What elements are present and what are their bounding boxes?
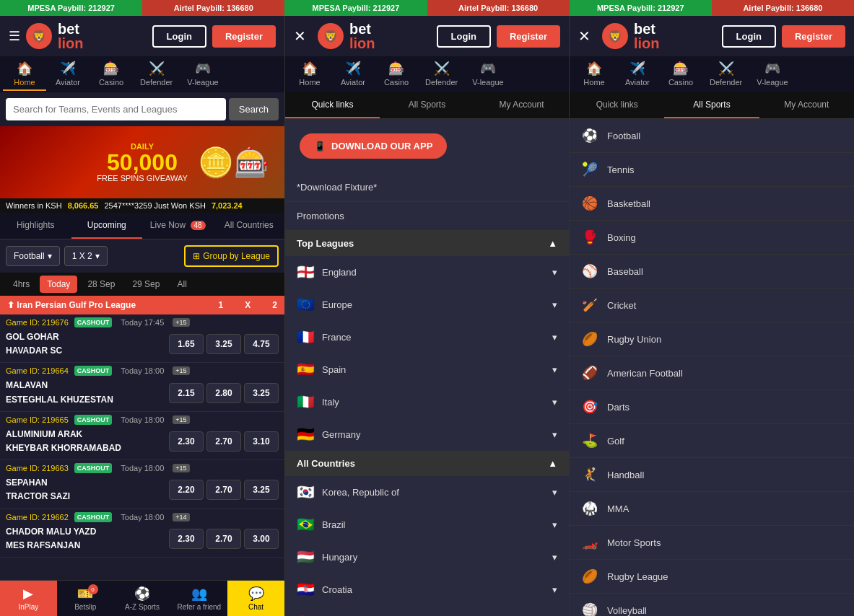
cashout-badge[interactable]: CASHOUT: [74, 512, 113, 522]
odd-1-button[interactable]: 1.65: [169, 334, 204, 354]
register-button[interactable]: Register: [212, 25, 276, 48]
quick-link-promotions[interactable]: Promotions: [285, 202, 569, 231]
list-item[interactable]: 🎯 Darts: [570, 390, 854, 424]
search-button[interactable]: Search: [229, 98, 279, 120]
nav-vleague-2[interactable]: 🎮 V-league: [465, 58, 510, 91]
nav-vleague-3[interactable]: 🎮 V-league: [749, 58, 795, 91]
list-item[interactable]: 🏉 Rugby League: [570, 560, 854, 594]
login-button-2[interactable]: Login: [437, 25, 491, 48]
quick-link-fixture[interactable]: *Download Fixture*: [285, 173, 569, 202]
top-leagues-header[interactable]: Top Leagues ▲: [285, 231, 569, 256]
odd-2-button[interactable]: 3.25: [206, 334, 241, 354]
more-badge[interactable]: +15: [173, 366, 189, 375]
nav-defender-2[interactable]: ⚔️ Defender: [418, 58, 465, 91]
list-item[interactable]: 🏉 Rugby Union: [570, 322, 854, 356]
odd-2-button[interactable]: 2.70: [206, 480, 241, 500]
list-item[interactable]: 🥋 MMA: [570, 492, 854, 526]
list-item[interactable]: ⚽ Football: [570, 119, 854, 153]
list-item[interactable]: 🇭🇺 Hungary ▾: [285, 541, 569, 573]
hamburger-menu[interactable]: ☰: [9, 28, 20, 44]
odd-1-button[interactable]: 2.30: [169, 431, 204, 452]
nav-home[interactable]: 🏠 Home: [3, 58, 46, 91]
odd-3-button[interactable]: 3.25: [244, 480, 279, 500]
cashout-badge[interactable]: CASHOUT: [74, 415, 113, 425]
list-item[interactable]: 🏀 Basketball: [570, 187, 854, 221]
login-button-3[interactable]: Login: [722, 25, 776, 48]
tab-my-account-2[interactable]: My Account: [474, 92, 569, 118]
date-today[interactable]: Today: [40, 276, 77, 293]
tab-quick-links[interactable]: Quick links: [285, 92, 380, 118]
list-item[interactable]: 🏴󠁧󠁢󠁥󠁮󠁧󠁿 England ▾: [285, 256, 569, 289]
more-badge[interactable]: +15: [173, 464, 189, 472]
bottom-refer[interactable]: 👥 Refer a friend: [170, 581, 227, 616]
list-item[interactable]: 🏈 American Football: [570, 356, 854, 390]
search-input[interactable]: [6, 98, 226, 120]
nav-casino[interactable]: 🎰 Casino: [90, 58, 133, 91]
nav-vleague[interactable]: 🎮 V-league: [180, 58, 225, 91]
date-4hrs[interactable]: 4hrs: [6, 276, 37, 293]
odd-1-button[interactable]: 2.20: [169, 480, 204, 500]
list-item[interactable]: 🇪🇺 Europe ▾: [285, 289, 569, 321]
nav-casino-3[interactable]: 🎰 Casino: [659, 58, 702, 91]
list-item[interactable]: 🏐 Volleyball: [570, 594, 854, 616]
nav-defender-3[interactable]: ⚔️ Defender: [702, 58, 749, 91]
date-28sep[interactable]: 28 Sep: [80, 276, 122, 293]
odd-2-button[interactable]: 2.80: [206, 383, 241, 403]
nav-home-3[interactable]: 🏠 Home: [572, 58, 616, 91]
tab-all-countries[interactable]: All Countries: [214, 213, 285, 239]
list-item[interactable]: 🎾 Tennis: [570, 153, 854, 187]
tab-all-sports-3[interactable]: All Sports: [664, 92, 759, 118]
odd-2-button[interactable]: 2.70: [206, 529, 241, 549]
list-item[interactable]: ⚾ Baseball: [570, 255, 854, 289]
bottom-chat[interactable]: 💬 Chat: [227, 581, 284, 616]
group-by-league-button[interactable]: ⊞ Group by League: [184, 245, 279, 267]
odd-3-button[interactable]: 4.75: [244, 334, 279, 354]
register-button-2[interactable]: Register: [497, 25, 560, 48]
cashout-badge[interactable]: CASHOUT: [74, 366, 113, 376]
bottom-azsports[interactable]: ⚽ A-Z Sports: [114, 581, 171, 616]
register-button-3[interactable]: Register: [782, 25, 845, 48]
list-item[interactable]: 🇪🇸 Spain ▾: [285, 353, 569, 386]
bottom-betslip[interactable]: 0 🎫 Betslip: [57, 581, 114, 616]
close-button-3[interactable]: ✕: [578, 27, 591, 45]
list-item[interactable]: 🇫🇷 France ▾: [285, 321, 569, 353]
nav-defender[interactable]: ⚔️ Defender: [133, 58, 180, 91]
market-filter[interactable]: 1 X 2 ▾: [64, 246, 108, 266]
list-item[interactable]: ⛳ Golf: [570, 424, 854, 458]
list-item[interactable]: 🇭🇷 Croatia ▾: [285, 573, 569, 606]
date-all[interactable]: All: [170, 276, 193, 293]
nav-casino-2[interactable]: 🎰 Casino: [375, 58, 418, 91]
nav-home-2[interactable]: 🏠 Home: [288, 58, 331, 91]
sport-filter[interactable]: Football ▾: [6, 246, 60, 266]
odd-1-button[interactable]: 2.15: [169, 383, 204, 403]
tab-live-now[interactable]: Live Now 48: [142, 213, 214, 239]
more-badge[interactable]: +14: [173, 513, 189, 522]
tab-all-sports-2[interactable]: All Sports: [380, 92, 474, 118]
odd-3-button[interactable]: 3.00: [244, 529, 279, 549]
all-countries-header[interactable]: All Countries ▲: [285, 451, 569, 476]
cashout-badge[interactable]: CASHOUT: [74, 463, 113, 473]
odd-3-button[interactable]: 3.10: [244, 431, 279, 452]
list-item[interactable]: 🇳🇱 Netherlands ▾: [285, 606, 569, 616]
more-badge[interactable]: +15: [173, 415, 189, 424]
tab-my-account-3[interactable]: My Account: [759, 92, 854, 118]
date-29sep[interactable]: 29 Sep: [125, 276, 167, 293]
more-badge[interactable]: +15: [173, 318, 189, 327]
list-item[interactable]: 🇧🇷 Brazil ▾: [285, 509, 569, 541]
download-app-button[interactable]: 📱 DOWNLOAD OUR APP: [300, 133, 447, 159]
nav-aviator[interactable]: ✈️ Aviator: [46, 58, 90, 91]
nav-aviator-3[interactable]: ✈️ Aviator: [616, 58, 659, 91]
cashout-badge[interactable]: CASHOUT: [74, 317, 113, 327]
login-button[interactable]: Login: [152, 25, 206, 48]
list-item[interactable]: 🏏 Cricket: [570, 289, 854, 322]
list-item[interactable]: 🇮🇹 Italy ▾: [285, 386, 569, 418]
odd-1-button[interactable]: 2.30: [169, 529, 204, 549]
tab-quick-links-3[interactable]: Quick links: [570, 92, 664, 118]
odd-2-button[interactable]: 2.70: [206, 431, 241, 452]
bottom-inplay[interactable]: ▶ InPlay: [0, 581, 57, 616]
close-button[interactable]: ✕: [294, 27, 306, 45]
odd-3-button[interactable]: 3.25: [244, 383, 279, 403]
tab-highlights[interactable]: Highlights: [0, 213, 71, 239]
list-item[interactable]: 🇩🇪 Germany ▾: [285, 418, 569, 451]
tab-upcoming[interactable]: Upcoming: [71, 213, 143, 239]
